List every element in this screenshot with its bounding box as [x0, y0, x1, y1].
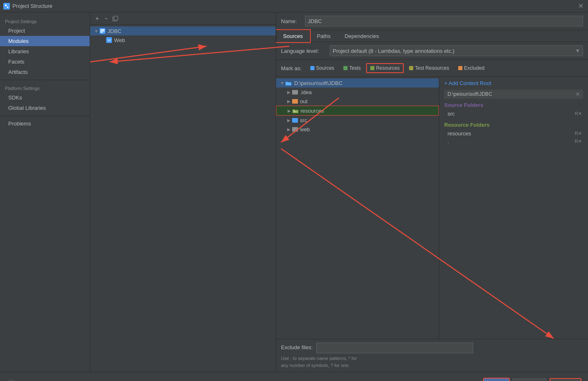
resource-folder-r1-button[interactable]: R✕ — [574, 130, 583, 137]
name-label: Name: — [281, 18, 302, 24]
svg-rect-1 — [5, 5, 7, 6]
resource-folder-resources: resources R✕ — [444, 130, 583, 137]
expand-out-arrow[interactable]: ▶ — [286, 98, 292, 104]
resource-folders-title: Resource Folders — [444, 122, 583, 128]
language-level-select[interactable]: Project default (8 - Lambdas, type annot… — [330, 45, 583, 56]
language-level-label: Language level: — [281, 48, 326, 54]
sidebar-item-sdks[interactable]: SDKs — [0, 92, 90, 103]
sidebar-item-global-libraries[interactable]: Global Libraries — [0, 103, 90, 113]
mark-test-resources-button[interactable]: Test Resources — [405, 64, 453, 73]
tree-arrow-jdbc[interactable]: ▼ — [93, 28, 99, 34]
svg-rect-7 — [100, 31, 105, 31]
expand-resources-arrow[interactable]: ▶ — [286, 108, 292, 114]
idea-folder-icon — [292, 89, 298, 95]
content-split: ▼ D:\peixun\soft\JDBC ▶ — [276, 77, 588, 339]
file-tree-out[interactable]: ▶ out — [276, 97, 439, 106]
add-content-root-button[interactable]: + Add Content Root — [444, 80, 491, 86]
tree-toolbar: ＋ － — [90, 12, 276, 25]
resources-color-dot — [370, 66, 374, 70]
file-tree-src[interactable]: ▶ src — [276, 116, 439, 125]
name-row: Name: — [276, 12, 588, 30]
file-tree-root[interactable]: ▼ D:\peixun\soft\JDBC — [276, 78, 439, 88]
exclude-input[interactable] — [316, 343, 473, 353]
file-tree-web[interactable]: ▶ web — [276, 125, 439, 134]
app-icon — [3, 3, 10, 9]
tree-item-web[interactable]: ▶ W Web — [90, 35, 276, 45]
exclude-label: Exclude files: — [281, 344, 313, 350]
root-folder-icon — [285, 80, 292, 86]
source-folders-title: Source Folders — [444, 102, 583, 108]
title-bar: Project Structure ✕ — [0, 0, 588, 12]
mark-resources-button[interactable]: Resources — [366, 63, 404, 73]
project-settings-section: Project Settings — [0, 16, 90, 26]
svg-rect-11 — [293, 111, 295, 111]
svg-rect-6 — [100, 29, 105, 30]
cancel-button[interactable]: Cancel — [512, 379, 546, 381]
svg-rect-8 — [100, 32, 103, 33]
resource-folder-dot: . R✕ — [444, 137, 583, 145]
file-tree-idea[interactable]: ▶ .idea — [276, 88, 439, 97]
web-icon: W — [106, 37, 112, 43]
module-icon — [99, 28, 106, 34]
expand-web-arrow[interactable]: ▶ — [286, 126, 292, 132]
out-folder-icon — [292, 98, 298, 104]
exclude-hint: Use ; to separate name patterns, * for a… — [281, 355, 583, 369]
mark-excluded-button[interactable]: Excluded — [455, 64, 488, 73]
language-level-row: Language level: Project default (8 - Lam… — [276, 42, 588, 60]
sidebar-item-libraries[interactable]: Libraries — [0, 46, 90, 57]
tabs-row: Sources Paths Dependencies — [276, 30, 588, 42]
sources-color-dot — [310, 66, 314, 70]
bottom-bar: ? OK Cancel Apply — [0, 372, 588, 381]
info-path-bar: D:\peixun\soft\JDBC ✕ — [444, 90, 583, 99]
ok-button[interactable]: OK — [484, 379, 509, 381]
window-title: Project Structure — [12, 3, 52, 9]
add-module-button[interactable]: ＋ — [93, 14, 102, 23]
content-area: ＋ － ▼ — [90, 12, 588, 372]
sidebar: Project Settings Project Modules Librari… — [0, 12, 90, 372]
close-icon[interactable]: ✕ — [576, 91, 580, 97]
copy-module-button[interactable] — [111, 14, 120, 23]
close-button[interactable]: ✕ — [576, 2, 585, 10]
exclude-row: Exclude files: Use ; to separate name pa… — [276, 339, 588, 372]
src-folder-icon — [292, 117, 298, 123]
mark-tests-button[interactable]: Tests — [340, 64, 364, 73]
resource-folder-resources-actions: R✕ — [574, 130, 583, 137]
sidebar-item-modules[interactable]: Modules — [0, 36, 90, 46]
resource-folder-r2-button[interactable]: R✕ — [574, 138, 583, 144]
tab-dependencies[interactable]: Dependencies — [338, 30, 386, 42]
tab-sources[interactable]: Sources — [276, 30, 310, 42]
info-pane: + Add Content Root D:\peixun\soft\JDBC ✕… — [439, 77, 588, 339]
apply-button[interactable]: Apply — [550, 378, 581, 381]
right-pane: Name: Sources Paths Dependencies — [276, 12, 588, 372]
test-resources-color-dot — [409, 66, 413, 70]
svg-rect-2 — [7, 7, 8, 8]
excluded-color-dot — [458, 66, 462, 70]
sidebar-divider — [0, 80, 90, 80]
expand-root-arrow[interactable]: ▼ — [279, 80, 285, 86]
source-folder-src-r-button[interactable]: R✕ — [574, 111, 583, 117]
chevron-down-icon: ▼ — [575, 48, 580, 54]
mark-as-row: Mark as: Sources Tests Resources — [276, 60, 588, 77]
expand-idea-arrow[interactable]: ▶ — [286, 89, 292, 95]
info-pane-header: + Add Content Root — [444, 80, 583, 86]
remove-module-button[interactable]: － — [102, 14, 111, 23]
svg-rect-12 — [293, 111, 296, 112]
resource-folder-dot-actions: R✕ — [574, 138, 583, 144]
help-button[interactable]: ? — [7, 380, 17, 381]
expand-src-arrow[interactable]: ▶ — [286, 117, 292, 123]
mark-sources-button[interactable]: Sources — [307, 64, 338, 73]
file-tree-pane: ▼ D:\peixun\soft\JDBC ▶ — [276, 77, 439, 339]
web-folder-icon — [292, 126, 298, 133]
tests-color-dot — [343, 66, 348, 70]
tree-item-jdbc[interactable]: ▼ JDBC — [90, 26, 276, 35]
sidebar-item-artifacts[interactable]: Artifacts — [0, 67, 90, 77]
source-folder-actions: R✕ — [574, 111, 583, 117]
left-pane: ＋ － ▼ — [90, 12, 276, 372]
file-tree-resources[interactable]: ▶ resources — [276, 106, 439, 116]
mark-as-label: Mark as: — [281, 65, 302, 71]
sidebar-item-problems[interactable]: Problems — [0, 118, 90, 129]
sidebar-item-project[interactable]: Project — [0, 26, 90, 36]
tab-paths[interactable]: Paths — [310, 30, 338, 42]
name-input[interactable] — [305, 16, 583, 26]
sidebar-item-facets[interactable]: Facets — [0, 57, 90, 67]
